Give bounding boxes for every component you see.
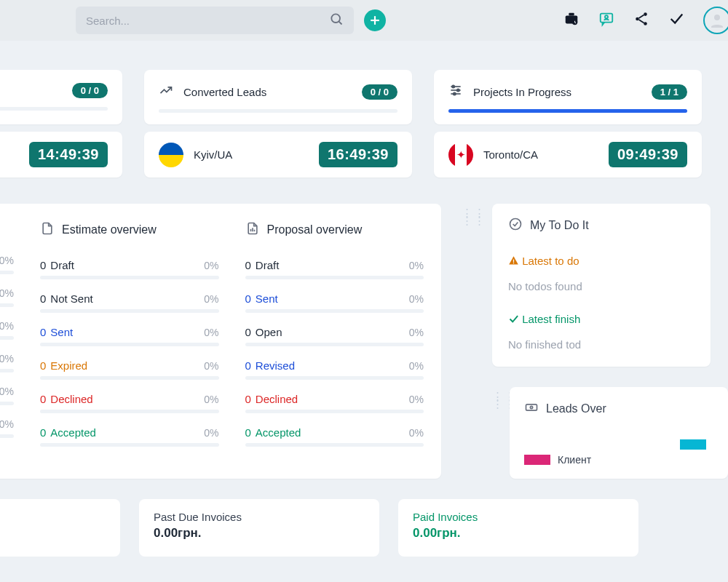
- stat-bar: [40, 410, 219, 413]
- search-input[interactable]: [86, 15, 329, 27]
- stat-label: Accepted: [50, 426, 96, 439]
- summary-card-projects-in-progress[interactable]: Projects In Progress 1 / 1: [434, 70, 702, 124]
- file-chart-icon: [245, 221, 260, 239]
- stat-pct: 0%: [409, 394, 424, 405]
- legend-swatch: [524, 455, 550, 465]
- summary-badge: 0 / 0: [362, 84, 397, 100]
- leads-legend: Клиент: [524, 439, 713, 466]
- banknote-icon: [524, 400, 539, 418]
- support-icon[interactable]: [598, 11, 614, 30]
- stat-item: 0%: [0, 418, 14, 438]
- clock-label: Toronto/CA: [483, 148, 598, 161]
- search-icon[interactable]: [329, 12, 344, 29]
- stat-item[interactable]: 0Draft0%: [40, 259, 219, 279]
- stat-item[interactable]: 0Expired0%: [40, 359, 219, 380]
- clock-label: Kyiv/UA: [194, 148, 309, 161]
- invoice-amount: 0.00грн.: [154, 526, 365, 541]
- stat-label: Sent: [256, 292, 278, 305]
- summary-progress: [448, 109, 687, 113]
- summary-progress: [0, 107, 108, 111]
- stat-pct: 0%: [409, 427, 424, 439]
- briefcase-icon[interactable]: [563, 11, 579, 30]
- stat-bar: [245, 276, 424, 279]
- stat-bar: [0, 271, 14, 274]
- share-icon[interactable]: [633, 11, 649, 30]
- clock-time: 16:49:39: [319, 142, 397, 167]
- stat-pct: 0%: [0, 287, 14, 299]
- legend-swatch: [680, 439, 706, 450]
- stat-item[interactable]: 0Not Sent0%: [40, 292, 219, 313]
- todo-section-finished: Latest finish: [508, 313, 696, 325]
- summary-badge: 0 / 0: [72, 83, 108, 98]
- stat-count: 0: [245, 259, 251, 271]
- stat-count: 0: [40, 292, 46, 305]
- stat-pct: 0%: [204, 394, 218, 405]
- overview-title: Estimate overview: [62, 223, 157, 236]
- stat-count: 0: [40, 393, 46, 405]
- invoice-row: s Past Due Invoices 0.00грн. Paid Invoic…: [0, 499, 728, 557]
- stat-count: 0: [245, 359, 251, 372]
- check-circle-icon: [508, 217, 523, 234]
- stat-label: Declined: [50, 393, 92, 405]
- invoice-card-past-due[interactable]: Past Due Invoices 0.00грн.: [139, 499, 379, 557]
- stat-count: 0: [245, 393, 251, 405]
- proposal-overview: Proposal overview 0Draft0%0Sent0%0Open0%…: [245, 221, 424, 447]
- stat-item[interactable]: 0Declined0%: [40, 393, 219, 413]
- drag-handle-icon[interactable]: ⋮⋮⋮⋮: [492, 393, 502, 479]
- clock-time: 14:49:39: [29, 142, 108, 167]
- stat-label: Draft: [50, 259, 74, 271]
- stat-item[interactable]: 0Open0%: [245, 326, 424, 346]
- stat-pct: 0%: [0, 255, 14, 266]
- stat-item[interactable]: 0Declined0%: [245, 393, 424, 413]
- summary-card-converted-leads[interactable]: Converted Leads 0 / 0: [144, 70, 412, 124]
- clock-card-toronto: ✦ Toronto/CA 09:49:39: [434, 132, 702, 178]
- legend-label: Клиент: [558, 454, 591, 466]
- stat-label: Revised: [256, 359, 295, 372]
- stat-label: Not Sent: [50, 292, 92, 305]
- stat-count: 0: [245, 426, 251, 439]
- stat-bar: [245, 309, 424, 313]
- svg-line-13: [639, 20, 644, 23]
- summary-badge: 1 / 1: [652, 84, 687, 100]
- stat-bar: [40, 443, 219, 447]
- stat-label: Accepted: [256, 426, 301, 439]
- svg-point-11: [644, 22, 647, 25]
- add-button[interactable]: [364, 9, 386, 31]
- stat-item[interactable]: 0Revised0%: [245, 359, 424, 380]
- clock-card: 14:49:39: [0, 132, 122, 178]
- stat-item: 0%: [0, 386, 14, 405]
- overview-card: x 0%0%0%0%0%0% Estimate overview 0Draft0…: [0, 204, 441, 479]
- invoice-card-left[interactable]: s: [0, 499, 120, 557]
- todo-section-latest: Latest to do: [508, 255, 696, 267]
- avatar[interactable]: [703, 7, 728, 34]
- search-box[interactable]: [76, 7, 354, 34]
- svg-point-28: [530, 406, 532, 408]
- file-icon: [40, 221, 55, 239]
- drag-handle-icon[interactable]: ⋮⋮⋮⋮: [462, 210, 472, 479]
- svg-rect-27: [526, 404, 537, 410]
- summary-card-payment[interactable]: Payment 0 / 0: [0, 70, 122, 124]
- stat-pct: 0%: [409, 360, 424, 372]
- stat-item[interactable]: 0Accepted0%: [245, 426, 424, 447]
- stat-item[interactable]: 0Accepted0%: [40, 426, 219, 447]
- svg-point-14: [714, 15, 720, 20]
- check-icon[interactable]: [668, 11, 684, 30]
- summary-title: Converted Leads: [183, 86, 352, 98]
- stat-item[interactable]: 0Sent0%: [245, 292, 424, 313]
- svg-rect-25: [513, 260, 514, 263]
- stat-item: 0%: [0, 287, 14, 307]
- stat-pct: 0%: [204, 360, 218, 372]
- stat-bar: [0, 336, 14, 340]
- stat-item[interactable]: 0Draft0%: [245, 259, 424, 279]
- stat-pct: 0%: [0, 353, 14, 364]
- invoice-card-paid[interactable]: Paid Invoices 0.00грн.: [398, 499, 638, 557]
- svg-rect-26: [513, 263, 514, 263]
- svg-point-10: [636, 17, 639, 21]
- stat-item: 0%: [0, 320, 14, 340]
- stat-pct: 0%: [409, 327, 424, 338]
- stat-item[interactable]: 0Sent0%: [40, 326, 219, 346]
- stat-pct: 0%: [0, 320, 14, 332]
- summary-row: Payment 0 / 0 Converted Leads 0 / 0: [0, 41, 728, 124]
- stat-bar: [245, 443, 424, 447]
- stat-label: Expired: [50, 359, 87, 372]
